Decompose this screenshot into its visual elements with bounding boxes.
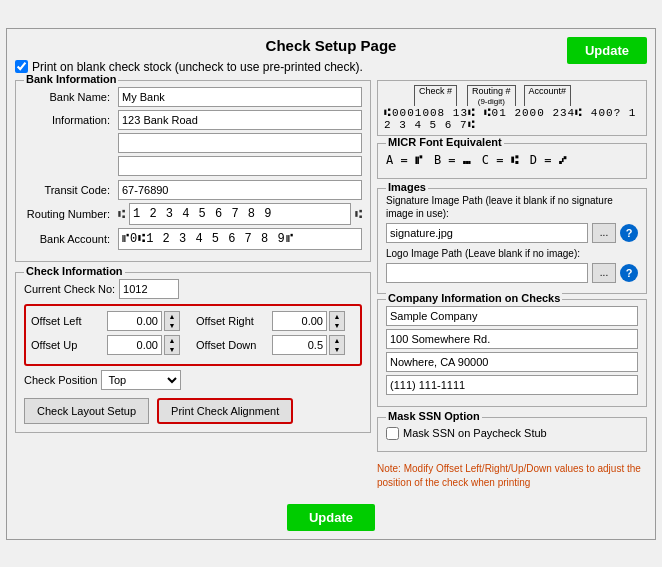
micr-d: D = ⑇	[530, 153, 566, 167]
current-check-input[interactable]	[119, 279, 179, 299]
bank-account-input[interactable]	[118, 228, 362, 250]
images-title: Images	[386, 181, 428, 193]
transit-input[interactable]	[118, 180, 362, 200]
bank-account-label: Bank Account:	[24, 233, 114, 245]
check-position-label: Check Position	[24, 374, 97, 386]
main-container: Check Setup Page Update Print on blank c…	[6, 28, 656, 540]
bank-name-row: Bank Name:	[24, 87, 362, 107]
company-line4-input[interactable]	[386, 375, 638, 395]
logo-path-input[interactable]	[386, 263, 588, 283]
offset-right-down[interactable]: ▼	[330, 321, 344, 330]
offset-down-up[interactable]: ▲	[330, 336, 344, 345]
info-row-2	[24, 133, 362, 153]
sig-path-row: ... ?	[386, 223, 638, 243]
offset-down-pair: ▲ ▼	[272, 335, 345, 355]
offset-up-label: Offset Up	[31, 339, 101, 351]
company-info-group: Company Information on Checks	[377, 299, 647, 407]
routing-input[interactable]	[129, 203, 351, 225]
check-layout-setup-button[interactable]: Check Layout Setup	[24, 398, 149, 424]
print-checkbox-label: Print on blank check stock (uncheck to u…	[32, 60, 363, 74]
micr-b: B = ⑉	[434, 153, 470, 167]
routing-prefix: ⑆	[118, 207, 125, 221]
page-title: Check Setup Page	[15, 37, 647, 54]
info-input-1[interactable]	[118, 110, 362, 130]
mask-ssn-group: Mask SSN Option Mask SSN on Paycheck Stu…	[377, 417, 647, 452]
info-input-3[interactable]	[118, 156, 362, 176]
bank-name-label: Bank Name:	[24, 91, 114, 103]
company-line1-input[interactable]	[386, 306, 638, 326]
check-position-row: Check Position Top Middle Bottom	[24, 370, 362, 390]
check-position-select[interactable]: Top Middle Bottom	[101, 370, 181, 390]
logo-path-description: Logo Image Path (Leave blank if no image…	[386, 247, 638, 260]
update-button-top[interactable]: Update	[567, 37, 647, 64]
micr-font-group: MICR Font Equivalent A = ⑈ B = ⑉ C = ⑆ D…	[377, 143, 647, 179]
offset-up-up[interactable]: ▲	[165, 336, 179, 345]
offset-down-spinner[interactable]: ▲ ▼	[329, 335, 345, 355]
offset-left-label: Offset Left	[31, 315, 101, 327]
info-row-3	[24, 156, 362, 176]
sig-path-input[interactable]	[386, 223, 588, 243]
bottom-update-row: Update	[15, 496, 647, 531]
bank-name-input[interactable]	[118, 87, 362, 107]
routing-row: Routing Number: ⑆ ⑆	[24, 203, 362, 225]
bank-account-row: Bank Account:	[24, 228, 362, 250]
offset-right-spinner[interactable]: ▲ ▼	[329, 311, 345, 331]
offset-right-pair: ▲ ▼	[272, 311, 345, 331]
info-input-2[interactable]	[118, 133, 362, 153]
info-label: Information:	[24, 114, 114, 126]
logo-browse-button[interactable]: ...	[592, 263, 616, 283]
offset-up-down-row: Offset Up ▲ ▼ Offset Down	[31, 335, 355, 355]
print-check-alignment-button[interactable]: Print Check Alignment	[157, 398, 293, 424]
check-num-spacer3	[516, 85, 524, 106]
logo-help-icon[interactable]: ?	[620, 264, 638, 282]
check-info-title: Check Information	[24, 265, 125, 277]
left-column: Bank Information Bank Name: Information:	[15, 80, 371, 490]
micr-font-title: MICR Font Equivalent	[386, 136, 504, 148]
micr-c: C = ⑆	[482, 153, 518, 167]
offset-left-spinner[interactable]: ▲ ▼	[164, 311, 180, 331]
transit-label: Transit Code:	[24, 184, 114, 196]
sig-browse-button[interactable]: ...	[592, 223, 616, 243]
offset-up-input[interactable]	[107, 335, 162, 355]
transit-row: Transit Code:	[24, 180, 362, 200]
micr-font-row: A = ⑈ B = ⑉ C = ⑆ D = ⑇	[386, 150, 638, 170]
micr-display: ⑆0001008 13⑆ ⑆01 2000 234⑆ 400? 1 2 3 4 …	[384, 107, 640, 131]
offset-up-spinner[interactable]: ▲ ▼	[164, 335, 180, 355]
offset-left-up[interactable]: ▲	[165, 312, 179, 321]
print-checkbox-row: Print on blank check stock (uncheck to u…	[15, 60, 647, 74]
images-group: Images Signature Image Path (leave it bl…	[377, 188, 647, 294]
bank-info-title: Bank Information	[24, 73, 118, 85]
routing-label: Routing Number:	[24, 208, 114, 220]
offset-right-up[interactable]: ▲	[330, 312, 344, 321]
offset-down-label: Offset Down	[196, 339, 266, 351]
mask-ssn-row: Mask SSN on Paycheck Stub	[386, 424, 638, 443]
offset-up-down[interactable]: ▼	[165, 345, 179, 354]
offset-left-down[interactable]: ▼	[165, 321, 179, 330]
current-check-label: Current Check No:	[24, 283, 115, 295]
offset-right-input[interactable]	[272, 311, 327, 331]
bottom-buttons: Check Layout Setup Print Check Alignment	[24, 398, 362, 424]
company-info-title: Company Information on Checks	[386, 292, 562, 304]
offset-up-pair: ▲ ▼	[107, 335, 180, 355]
two-col-layout: Bank Information Bank Name: Information:	[15, 80, 647, 490]
mask-ssn-title: Mask SSN Option	[386, 410, 482, 422]
company-line2-input[interactable]	[386, 329, 638, 349]
check-num-col-label: Check #	[414, 85, 457, 106]
offset-grid: Offset Left ▲ ▼ Offset Right	[24, 304, 362, 366]
micr-a: A = ⑈	[386, 153, 422, 167]
offset-down-down-btn[interactable]: ▼	[330, 345, 344, 354]
routing-suffix: ⑆	[355, 207, 362, 221]
info-row-1: Information:	[24, 110, 362, 130]
bank-info-group: Bank Information Bank Name: Information:	[15, 80, 371, 262]
mask-ssn-checkbox[interactable]	[386, 427, 399, 440]
check-num-spacer2	[457, 85, 467, 106]
update-button-bottom[interactable]: Update	[287, 504, 375, 531]
account-col-label: Account#	[524, 85, 572, 106]
offset-down-input[interactable]	[272, 335, 327, 355]
print-checkbox[interactable]	[15, 60, 28, 73]
sig-help-icon[interactable]: ?	[620, 224, 638, 242]
mask-ssn-label: Mask SSN on Paycheck Stub	[403, 427, 547, 439]
check-num-cols: Check # Routing # (9-digit) Account#	[384, 85, 640, 106]
offset-left-input[interactable]	[107, 311, 162, 331]
company-line3-input[interactable]	[386, 352, 638, 372]
